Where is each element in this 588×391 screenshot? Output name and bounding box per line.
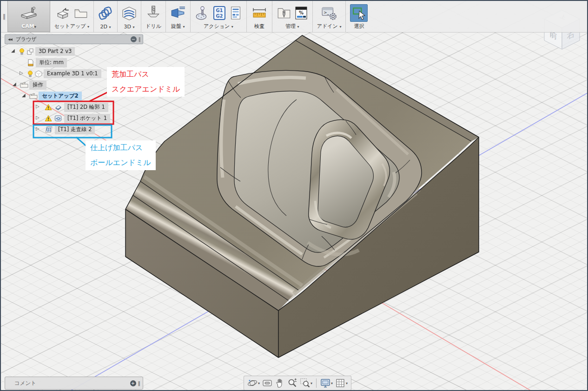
group-select: 選択 bbox=[346, 1, 372, 32]
tree-row-label[interactable]: 3D Part 2 v3 bbox=[35, 47, 75, 56]
tree-row-2d-contour[interactable]: ▷ [T1] 2D 輪郭 1 bbox=[5, 102, 143, 113]
setup-sheet-icon[interactable] bbox=[229, 6, 242, 20]
pan-button[interactable] bbox=[274, 378, 285, 389]
comment-bar[interactable]: コメント + ‖ bbox=[5, 377, 143, 390]
warning-icon bbox=[45, 104, 52, 111]
workspace-switcher-cam[interactable]: CAM▾ bbox=[7, 1, 50, 32]
minimize-panel-icon[interactable]: − bbox=[131, 36, 137, 42]
zoom-button[interactable] bbox=[287, 378, 298, 389]
expand-arrow-icon[interactable]: ◢ bbox=[11, 48, 15, 53]
expand-arrow-icon[interactable]: ▷ bbox=[36, 104, 40, 109]
setup-folder-icon bbox=[29, 93, 38, 99]
group-3d: 3D ▾ bbox=[118, 1, 141, 32]
lathe-icon[interactable] bbox=[170, 6, 186, 20]
tree-row-label[interactable]: セットアップ2 bbox=[39, 92, 82, 101]
dock-divider bbox=[316, 378, 317, 388]
comment-grip-icon[interactable]: ‖ bbox=[138, 380, 141, 386]
orbit-button[interactable]: ▾ bbox=[247, 378, 260, 389]
component-icon bbox=[26, 48, 34, 55]
tool-library-icon[interactable] bbox=[277, 6, 291, 20]
tree-row-label[interactable]: Example 3D 1 v0:1 bbox=[44, 69, 101, 78]
visibility-bulb-icon[interactable] bbox=[19, 48, 25, 55]
group-actions: G1G2 アクション ▾ bbox=[191, 1, 247, 32]
zoom-window-caret-icon[interactable]: ▾ bbox=[311, 381, 312, 385]
expand-arrow-icon[interactable]: ▷ bbox=[36, 126, 40, 131]
2d-menu-label[interactable]: 2D bbox=[100, 24, 107, 30]
drill-label[interactable]: ドリル bbox=[145, 23, 161, 29]
feeds-speeds-icon[interactable]: % bbox=[294, 6, 308, 20]
orbit-icon bbox=[247, 378, 258, 388]
display-settings-caret-icon[interactable]: ▾ bbox=[331, 381, 333, 385]
setup-menu-label[interactable]: セットアップ bbox=[54, 23, 86, 29]
group-setup: セットアップ ▾ bbox=[50, 1, 94, 32]
post-process-icon[interactable]: G1G2 bbox=[212, 6, 226, 20]
expand-arrow-icon[interactable]: ▷ bbox=[36, 115, 40, 120]
lathe-menu-label[interactable]: 旋盤 bbox=[171, 23, 181, 29]
terminal-prompt-text: >_ bbox=[324, 10, 329, 15]
actions-caret-icon: ▾ bbox=[231, 25, 233, 29]
grid-settings-icon bbox=[335, 378, 345, 388]
manage-caret-icon: ▾ bbox=[297, 25, 299, 29]
pan-hand-icon bbox=[275, 378, 285, 388]
ribbon-drag-handle[interactable]: ‖ bbox=[1, 1, 7, 32]
2d-milling-icon[interactable] bbox=[98, 6, 113, 21]
setup-caret-icon: ▾ bbox=[87, 25, 89, 29]
drill-icon[interactable] bbox=[146, 6, 161, 20]
expand-arrow-icon[interactable]: ▷ bbox=[20, 70, 23, 75]
percent-icon-text: % bbox=[299, 10, 304, 15]
tree-row-scanline[interactable]: ▷ [T1] 走査線 2 bbox=[5, 125, 143, 135]
tree-row-label[interactable]: [T1] ポケット 1 bbox=[64, 114, 110, 123]
comment-placeholder[interactable]: コメント bbox=[14, 380, 36, 387]
tree-row-document[interactable]: ◢ 3D Part 2 v3 bbox=[5, 46, 143, 57]
3d-milling-icon[interactable] bbox=[122, 6, 137, 21]
zoom-window-icon bbox=[300, 378, 310, 388]
tree-row-label[interactable]: 操作 bbox=[29, 80, 46, 90]
zoom-icon bbox=[287, 378, 297, 388]
addins-icon[interactable]: >_ bbox=[321, 6, 337, 20]
orbit-caret-icon[interactable]: ▾ bbox=[258, 381, 260, 385]
inspect-label[interactable]: 検査 bbox=[254, 23, 264, 29]
visibility-bulb-icon[interactable] bbox=[27, 70, 33, 78]
expand-arrow-icon[interactable]: ◢ bbox=[13, 81, 16, 86]
tree-row-units[interactable]: 単位: mm bbox=[5, 58, 143, 68]
tree-row-label[interactable]: [T1] 2D 輪郭 1 bbox=[64, 103, 108, 112]
manage-menu-label[interactable]: 管理 bbox=[285, 23, 296, 29]
grid-settings-button[interactable]: ▾ bbox=[335, 378, 348, 389]
units-document-icon bbox=[27, 59, 34, 66]
pocket-op-icon bbox=[54, 115, 62, 122]
cam-caret-icon: ▾ bbox=[34, 25, 36, 29]
zoom-window-button[interactable]: ▾ bbox=[299, 378, 313, 389]
post-icon-text-g1: G1 bbox=[216, 8, 223, 13]
measure-icon[interactable] bbox=[251, 6, 268, 20]
select-tool-button[interactable] bbox=[350, 4, 368, 22]
grid-settings-caret-icon[interactable]: ▾ bbox=[346, 381, 348, 385]
new-setup-icon[interactable] bbox=[56, 7, 71, 20]
panel-grip-icon[interactable]: ‖ bbox=[139, 36, 141, 42]
group-addins: >_ アドイン ▾ bbox=[313, 1, 346, 32]
tree-row-label[interactable]: [T1] 走査線 2 bbox=[55, 125, 95, 134]
addins-menu-label[interactable]: アドイン bbox=[317, 23, 338, 29]
add-comment-icon[interactable]: + bbox=[130, 380, 136, 386]
group-2d: 2D ▾ bbox=[94, 1, 118, 32]
select-label[interactable]: 選択 bbox=[354, 23, 364, 29]
ribbon-toolbar: ‖ CAM▾ セットアップ ▾ bbox=[1, 1, 587, 33]
tree-row-pocket[interactable]: ▷ [T1] ポケット 1 bbox=[5, 113, 143, 124]
tree-row-label[interactable]: 単位: mm bbox=[36, 58, 67, 67]
look-at-button[interactable] bbox=[262, 378, 273, 389]
actions-menu-label[interactable]: アクション bbox=[204, 23, 230, 29]
display-settings-button[interactable]: ▾ bbox=[320, 378, 333, 389]
new-folder-icon[interactable] bbox=[73, 7, 88, 20]
cam-label[interactable]: CAM bbox=[21, 23, 34, 29]
browser-header[interactable]: ◀◀ ブラウザ − ‖ bbox=[5, 34, 143, 44]
simulate-icon[interactable] bbox=[195, 6, 210, 20]
lathe-caret-icon: ▾ bbox=[183, 25, 185, 29]
warning-icon bbox=[45, 115, 52, 122]
folder-icon bbox=[20, 81, 28, 88]
3d-menu-label[interactable]: 3D bbox=[124, 24, 131, 30]
browser-title: ブラウザ bbox=[16, 36, 37, 43]
collapse-panel-icon[interactable]: ◀◀ bbox=[8, 38, 12, 41]
cam-workspace-icon bbox=[20, 7, 38, 20]
expand-arrow-icon[interactable]: ◢ bbox=[22, 93, 26, 98]
group-manage: % 管理 ▾ bbox=[272, 1, 313, 32]
finishing-annotation: 仕上げ加工パス ボールエンドミル bbox=[86, 140, 156, 170]
